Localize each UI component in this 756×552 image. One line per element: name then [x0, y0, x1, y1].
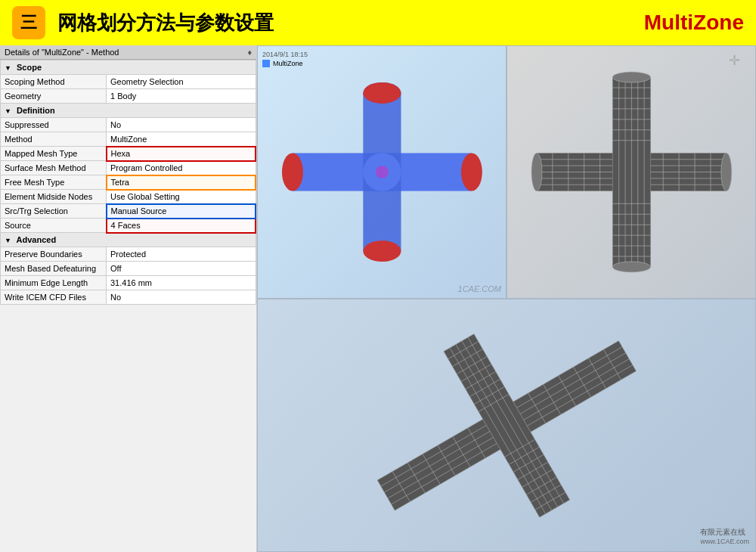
- source-value[interactable]: 4 Faces: [107, 219, 256, 233]
- bottom-mesh-svg: [333, 312, 681, 539]
- prop-value[interactable]: Geometry Selection: [107, 75, 256, 89]
- panel-title: Details of "MultiZone" - Method: [5, 48, 119, 57]
- mz-color-indicator: [262, 60, 270, 67]
- table-row: Element Midside Nodes Use Global Setting: [1, 190, 256, 204]
- model-view-blue: 2014/9/1 18:15 MultiZone: [257, 45, 507, 299]
- model-date: 2014/9/1 18:15: [262, 51, 308, 58]
- blue-cross-svg: [277, 65, 488, 279]
- prop-label: Element Midside Nodes: [1, 190, 107, 204]
- logo-url: www.1CAE.com: [700, 538, 749, 545]
- main-content: Details of "MultiZone" - Method ♦ ▼ Scop…: [0, 45, 756, 552]
- table-row: Scoping Method Geometry Selection: [1, 75, 256, 89]
- collapse-icon[interactable]: ▼: [5, 237, 11, 244]
- scope-label: Scope: [17, 63, 42, 72]
- prop-label: Write ICEM CFD Files: [1, 290, 107, 305]
- svg-point-6: [363, 82, 401, 104]
- table-row: Preserve Boundaries Protected: [1, 247, 256, 262]
- table-row: Write ICEM CFD Files No: [1, 290, 256, 305]
- section-definition: ▼ Definition: [1, 104, 256, 118]
- section-scope: ▼ Scope: [1, 60, 256, 75]
- prop-label: Mesh Based Defeaturing: [1, 262, 107, 276]
- table-row: Geometry 1 Body: [1, 89, 256, 104]
- table-row: Method MultiZone: [1, 132, 256, 147]
- prop-value[interactable]: 31.416 mm: [107, 276, 256, 290]
- header-icon-text: 三: [20, 11, 37, 34]
- svg-point-46: [612, 262, 650, 272]
- panel-title-bar: Details of "MultiZone" - Method ♦: [0, 45, 256, 60]
- prop-label: Suppressed: [1, 118, 107, 132]
- svg-rect-69: [444, 333, 570, 516]
- left-panel: Details of "MultiZone" - Method ♦ ▼ Scop…: [0, 45, 257, 552]
- right-panel: 2014/9/1 18:15 MultiZone: [257, 45, 756, 552]
- collapse-icon[interactable]: ▼: [5, 107, 11, 115]
- mapped-mesh-type-label: Mapped Mesh Type: [1, 147, 107, 161]
- logo-text: 有限元素在线: [700, 527, 749, 538]
- prop-value[interactable]: Off: [107, 262, 256, 276]
- prop-label: Geometry: [1, 89, 107, 104]
- svg-point-9: [376, 166, 389, 178]
- model-view-mesh-bottom: 有限元素在线 www.1CAE.com: [257, 299, 756, 552]
- collapse-icon[interactable]: ▼: [5, 64, 11, 72]
- prop-value[interactable]: Use Global Setting: [107, 190, 256, 204]
- prop-value[interactable]: MultiZone: [107, 132, 256, 147]
- free-mesh-type-label: Free Mesh Type: [1, 175, 107, 190]
- prop-label: Src/Trg Selection: [1, 204, 107, 219]
- header-title: 网格划分方法与参数设置: [57, 10, 644, 36]
- model-tag: MultiZone: [262, 60, 308, 67]
- free-mesh-type-value[interactable]: Tetra: [107, 175, 256, 190]
- mesh-cross-svg: [526, 65, 737, 279]
- blue-cross-model: 2014/9/1 18:15 MultiZone: [258, 46, 506, 298]
- properties-table: ▼ Scope Scoping Method Geometry Selectio…: [0, 60, 256, 305]
- model-view-mesh: ✛: [507, 45, 756, 299]
- table-row: Source 4 Faces: [1, 219, 256, 233]
- svg-point-48: [720, 153, 731, 191]
- source-label: Source: [1, 219, 107, 233]
- prop-value[interactable]: No: [107, 290, 256, 305]
- header-icon: 三: [12, 6, 45, 39]
- table-row: Suppressed No: [1, 118, 256, 132]
- prop-label: Scoping Method: [1, 75, 107, 89]
- watermark-text: 1CAE.COM: [458, 284, 501, 293]
- svg-point-2: [282, 153, 303, 191]
- svg-point-3: [461, 153, 482, 191]
- footer-logo: 有限元素在线 www.1CAE.com: [700, 527, 749, 545]
- table-row: Minimum Edge Length 31.416 mm: [1, 276, 256, 290]
- prop-label: Minimum Edge Length: [1, 276, 107, 290]
- corner-cross-icon: ✛: [729, 52, 740, 69]
- definition-label: Definition: [17, 106, 55, 115]
- src-trg-value[interactable]: Manual Source: [107, 204, 256, 219]
- mapped-mesh-type-value[interactable]: Hexa: [107, 147, 256, 161]
- table-row: Src/Trg Selection Manual Source: [1, 204, 256, 219]
- model-labels: 2014/9/1 18:15 MultiZone: [262, 51, 308, 67]
- svg-point-45: [612, 72, 650, 82]
- svg-point-7: [363, 240, 401, 262]
- table-row: Surface Mesh Method Program Controlled: [1, 161, 256, 175]
- table-row: Free Mesh Type Tetra: [1, 175, 256, 190]
- bottom-mesh-model: 有限元素在线 www.1CAE.com: [258, 299, 755, 551]
- mesh-cross-model: ✛: [507, 46, 755, 298]
- panel-pin[interactable]: ♦: [247, 48, 252, 57]
- prop-value[interactable]: Protected: [107, 247, 256, 262]
- header: 三 网格划分方法与参数设置 MultiZone: [0, 0, 756, 45]
- prop-value[interactable]: Program Controlled: [107, 161, 256, 175]
- table-row: Mapped Mesh Type Hexa: [1, 147, 256, 161]
- header-subtitle: MultiZone: [644, 11, 744, 35]
- prop-label: Method: [1, 132, 107, 147]
- section-advanced: ▼ Advanced: [1, 233, 256, 247]
- prop-value[interactable]: 1 Body: [107, 89, 256, 104]
- svg-point-47: [531, 153, 542, 191]
- prop-label: Surface Mesh Method: [1, 161, 107, 175]
- mz-tag-label: MultiZone: [273, 60, 303, 67]
- advanced-label: Advanced: [17, 235, 57, 244]
- prop-label: Preserve Boundaries: [1, 247, 107, 262]
- table-row: Mesh Based Defeaturing Off: [1, 262, 256, 276]
- prop-value[interactable]: No: [107, 118, 256, 132]
